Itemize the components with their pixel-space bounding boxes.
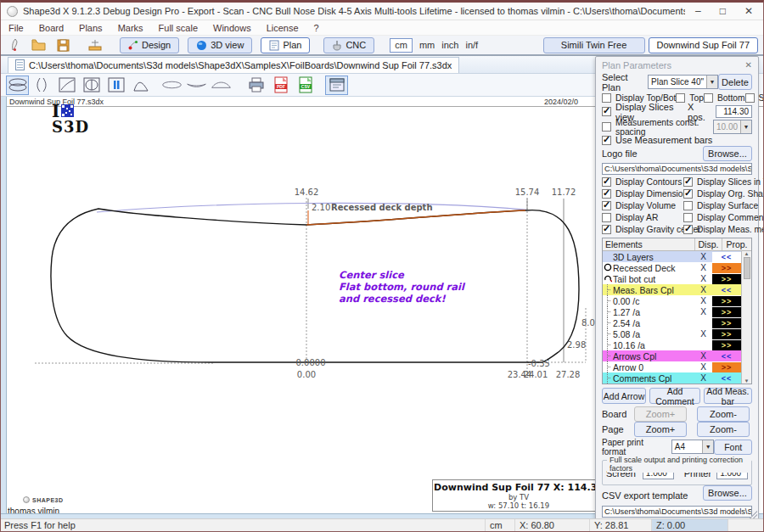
display-gravity-center-checkbox[interactable] xyxy=(602,225,611,234)
document-tab[interactable]: C:\Users\thoma\Documents\S3d models\Shap… xyxy=(8,57,459,73)
unit-inch[interactable]: inch xyxy=(441,40,458,50)
bottom-checkbox[interactable] xyxy=(704,93,713,103)
left-scroll-strip[interactable] xyxy=(1,97,7,513)
display-contours-checkbox[interactable] xyxy=(602,177,611,187)
display-dimensions-checkbox[interactable] xyxy=(602,189,611,199)
spacing-combo[interactable]: 10.00 ▼ xyxy=(713,120,752,134)
unit-inf[interactable]: in/f xyxy=(465,40,478,50)
minimize-button[interactable]: – xyxy=(695,5,701,17)
page-zoom-out-button[interactable]: Zoom- xyxy=(697,422,750,437)
board-info-box: Downwind Sup Foil 77 X: 114.30 by TV w: … xyxy=(432,479,605,512)
menu-marks[interactable]: Marks xyxy=(110,23,151,33)
outline-view-icon[interactable] xyxy=(6,76,29,95)
menu-windows[interactable]: Windows xyxy=(205,23,259,33)
csv-template-path-input[interactable]: C:\Users\thoma\Documents\S3d models\Shap… xyxy=(602,506,752,518)
s3d-logo-i: I xyxy=(52,104,59,119)
bottom-curve-icon[interactable] xyxy=(185,76,208,95)
element-row-comments[interactable]: Comments CplX<< xyxy=(603,372,741,384)
csv-browse-button[interactable]: Browse... xyxy=(703,485,752,501)
display-ar-checkbox[interactable] xyxy=(602,213,611,222)
model-tab-downwind-sup-foil[interactable]: Downwind Sup Foil 77 xyxy=(649,37,758,53)
display-slices-in-top-checkbox[interactable] xyxy=(683,177,693,187)
meas-const-spacing-checkbox[interactable] xyxy=(602,122,611,132)
close-button[interactable]: ✕ xyxy=(744,5,753,17)
3d-view-button[interactable]: 3D view xyxy=(188,37,252,53)
cnc-button[interactable]: CNC xyxy=(323,37,374,53)
status-x-coordinate: X: 60.80 xyxy=(514,519,589,531)
unit-cm[interactable]: cm xyxy=(390,38,413,53)
element-row-bar-1016[interactable]: 10.16 /a>> xyxy=(603,339,741,350)
add-meas-bar-button[interactable]: Add Meas. bar xyxy=(704,388,752,404)
side-checkbox[interactable] xyxy=(745,93,755,103)
element-row-recessed-deck[interactable]: Recessed DeckX>> xyxy=(603,262,741,273)
menu-board[interactable]: Board xyxy=(31,23,71,33)
select-plan-combo[interactable]: Plan Slice 40" ▼ xyxy=(648,75,718,89)
plan-button[interactable]: Plan xyxy=(261,37,310,53)
maximize-button[interactable]: □ xyxy=(720,5,726,17)
display-surface-label: Display Surface xyxy=(697,201,758,210)
logo-file-path-input[interactable]: C:\Users\thoma\Documents\S3d models\Shap… xyxy=(602,163,752,175)
element-row-arrow-0[interactable]: Arrow 0X>> xyxy=(603,361,741,372)
display-comments-checkbox[interactable] xyxy=(683,213,693,222)
page-zoom-in-button[interactable]: Zoom+ xyxy=(634,422,687,437)
display-org-shape-checkbox[interactable] xyxy=(683,189,693,199)
slices-panel-icon[interactable] xyxy=(104,76,127,95)
slices-view-icon[interactable] xyxy=(80,76,103,95)
element-row-bar-127[interactable]: 1.27 /aX>> xyxy=(603,306,741,317)
paper-format-label: Paper print format xyxy=(602,438,668,456)
display-volume-checkbox[interactable] xyxy=(602,201,611,210)
display-surface-checkbox[interactable] xyxy=(683,201,693,210)
layer-hook-icon xyxy=(604,274,612,283)
font-button[interactable]: Font xyxy=(714,440,752,455)
print-icon[interactable] xyxy=(244,76,267,95)
spin-template-icon[interactable] xyxy=(55,76,78,95)
s3d-logo-s3d: S3D xyxy=(52,119,89,136)
scroll-up-icon[interactable]: ▲ xyxy=(744,251,750,256)
slice-comment[interactable]: Center slice Flat bottom, round rail and… xyxy=(339,269,464,305)
element-row-bar-000[interactable]: 0.00 /cX>> xyxy=(603,295,741,306)
save-icon[interactable] xyxy=(53,37,72,53)
element-row-bar-254[interactable]: 2.54 /a>> xyxy=(603,317,741,328)
profile-view-icon[interactable] xyxy=(31,76,53,95)
menu-plans[interactable]: Plans xyxy=(71,23,110,33)
plan-settings-icon[interactable] xyxy=(325,76,348,95)
rocker-view-icon[interactable] xyxy=(129,76,152,95)
display-topbot-checkbox[interactable] xyxy=(602,93,611,103)
pdf-export-icon[interactable]: PDF xyxy=(269,76,292,95)
menu-license[interactable]: License xyxy=(259,23,306,33)
elements-scrollbar[interactable]: ▲▼ xyxy=(741,251,751,384)
design-button[interactable]: Design xyxy=(120,37,179,53)
model-tab-simili-twin-free[interactable]: Simili Twin Free xyxy=(543,37,645,53)
cnc-tool-icon xyxy=(332,40,342,51)
element-row-tail-bot-cut[interactable]: Tail bot cutX>> xyxy=(603,273,741,284)
display-meas-method-checkbox[interactable] xyxy=(683,225,693,234)
outline-curve-icon[interactable] xyxy=(160,76,183,95)
unit-mm[interactable]: mm xyxy=(419,40,435,50)
display-slices-view-checkbox[interactable] xyxy=(602,107,611,116)
menu-file[interactable]: File xyxy=(1,23,31,33)
scale-tool-icon[interactable] xyxy=(86,37,104,53)
top-checkbox[interactable] xyxy=(676,93,685,103)
menu-help[interactable]: ? xyxy=(306,23,327,33)
use-measurement-bars-checkbox[interactable] xyxy=(602,136,611,145)
open-folder-icon[interactable] xyxy=(30,37,48,53)
element-row-bar-508[interactable]: 5.08 /aX>> xyxy=(603,328,741,339)
csv-export-icon[interactable]: CSV xyxy=(294,76,317,95)
scroll-down-icon[interactable]: ▼ xyxy=(744,378,750,384)
board-zoom-in-button[interactable]: Zoom+ xyxy=(634,406,687,422)
element-row-arrows[interactable]: Arrows CplX<< xyxy=(603,350,741,361)
add-comment-button[interactable]: Add Comment xyxy=(649,388,700,404)
delete-plan-button[interactable]: Delete xyxy=(718,74,752,90)
paper-format-combo[interactable]: A4 ▼ xyxy=(671,440,715,454)
shape3d-pen-icon[interactable] xyxy=(6,37,25,53)
menu-full-scale[interactable]: Full scale xyxy=(151,23,205,33)
element-row-3d-layers[interactable]: 3D LayersX<< xyxy=(603,251,741,262)
x-pos-input[interactable]: 114.30 xyxy=(716,105,752,118)
logo-browse-button[interactable]: Browse... xyxy=(703,146,752,161)
scroll-thumb[interactable] xyxy=(744,257,750,279)
board-zoom-out-button[interactable]: Zoom- xyxy=(697,406,750,422)
deck-curve-icon[interactable] xyxy=(210,76,233,95)
element-row-meas-bars[interactable]: Meas. Bars CplX<< xyxy=(603,284,741,295)
panel-close-icon[interactable]: ✕ xyxy=(745,60,752,70)
add-arrow-button[interactable]: Add Arrow xyxy=(602,388,646,404)
